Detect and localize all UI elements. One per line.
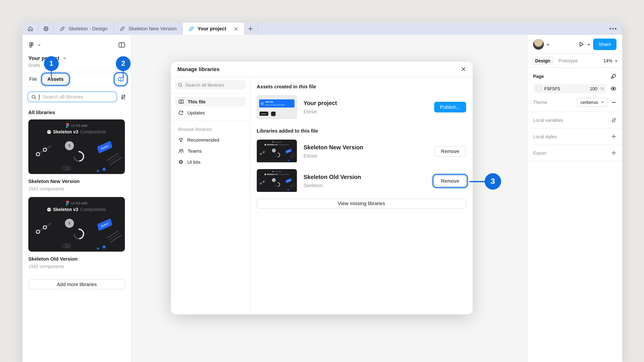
tab-your-project[interactable]: Your project xyxy=(183,23,244,35)
page-label: Page xyxy=(533,74,544,79)
local-variables-section[interactable]: Local variables xyxy=(527,112,622,129)
chevron-down-icon[interactable] xyxy=(63,56,66,60)
asset-subtitle: Etesie xyxy=(304,109,428,114)
home-button[interactable] xyxy=(23,23,38,35)
screenshot-stage: Skeleton - Design Skeleton New Version Y… xyxy=(0,0,644,362)
open-book-icon xyxy=(178,99,184,104)
window-tab-bar: Skeleton - Design Skeleton New Version Y… xyxy=(23,23,622,35)
tab-label: Your project xyxy=(198,26,226,31)
plus-icon[interactable] xyxy=(611,134,616,139)
plus-icon[interactable] xyxy=(611,150,616,156)
assets-search-field[interactable] xyxy=(42,93,113,100)
decorative-slider-component xyxy=(35,223,52,234)
add-more-libraries-button[interactable]: Add more libraries xyxy=(28,280,125,290)
library-card-skeleton-new-version[interactable]: UI Kit with Skeleton v3 Components ϑ But… xyxy=(23,119,131,197)
nav-item-label: This file xyxy=(188,99,206,104)
nav-item-label: Teams xyxy=(188,148,202,153)
zoom-control[interactable]: 14% xyxy=(603,58,618,63)
project-location[interactable]: Drafts xyxy=(28,63,125,72)
theme-value: cerberus xyxy=(580,100,598,105)
nav-item-label: Updates xyxy=(187,110,205,115)
libraries-added-heading: Libraries added to this file xyxy=(257,128,466,134)
publish-button[interactable]: Publish... xyxy=(434,102,466,112)
library-title: Skeleton New Version xyxy=(304,144,428,151)
export-section[interactable]: Export xyxy=(527,145,622,161)
tab-design[interactable]: Design xyxy=(532,56,554,65)
opacity-value[interactable]: 100 xyxy=(590,86,597,91)
view-missing-libraries-button[interactable]: View missing libraries xyxy=(257,199,466,209)
chevron-down-icon[interactable] xyxy=(546,42,550,46)
figma-color-logo-icon xyxy=(272,171,274,173)
home-icon xyxy=(27,25,33,32)
window-menu-button[interactable] xyxy=(604,23,622,35)
nav-item-this-file[interactable]: This file xyxy=(175,97,246,106)
new-tab-button[interactable] xyxy=(244,23,258,35)
local-styles-section[interactable]: Local styles xyxy=(527,129,622,145)
chevron-down-icon[interactable] xyxy=(587,42,591,46)
close-tab-button[interactable] xyxy=(234,26,238,31)
library-row-skeleton-new-version: UI Kit with Skeleton v3 Components ϑ But… xyxy=(257,140,466,163)
color-hex-value[interactable]: F5F5F5 xyxy=(544,86,584,91)
dialog-close-button[interactable] xyxy=(461,66,466,72)
alert-desc-text: Short and clear description xyxy=(265,104,285,106)
main-menu-button[interactable] xyxy=(28,42,41,48)
tab-file[interactable]: File xyxy=(28,74,39,84)
tab-assets[interactable]: Assets xyxy=(43,74,68,84)
decorative-slider-component xyxy=(35,145,52,157)
decorative-button-chip: Button xyxy=(260,112,268,116)
right-panel: Share Design Prototype 14% Page xyxy=(527,35,622,362)
remove-button-skeleton-new-version[interactable]: Remove xyxy=(434,146,466,157)
lightbulb-icon xyxy=(178,137,184,142)
library-count: 1542 components xyxy=(28,264,125,269)
toggle-sidebar-button[interactable] xyxy=(118,42,125,48)
divider xyxy=(586,86,587,91)
nav-item-recommended[interactable]: Recommended xyxy=(175,135,246,144)
alert-title-text: Alert title xyxy=(265,101,285,103)
file-thumbnail: Alert title Short and clear description … xyxy=(257,95,297,119)
library-thumbnail: UI Kit with Skeleton v3 Components ϑ But… xyxy=(257,169,297,193)
nav-item-teams[interactable]: Teams xyxy=(175,146,246,156)
info-icon xyxy=(261,102,264,105)
tab-prototype[interactable]: Prototype xyxy=(555,56,582,65)
nav-item-ui-kits[interactable]: UI kits xyxy=(175,157,246,167)
chevron-down-icon xyxy=(614,59,618,62)
annotation-connector-2 xyxy=(123,70,124,78)
refresh-icon xyxy=(178,110,184,115)
library-thumbnail: UI Kit with Skeleton v3 Components ϑ But… xyxy=(28,119,125,174)
minus-icon[interactable] xyxy=(611,99,616,105)
dialog-search-input[interactable]: Search all libraries xyxy=(175,80,246,89)
decorative-button-component: Button xyxy=(286,178,292,183)
color-swatch[interactable] xyxy=(536,86,541,91)
library-card-skeleton-old-version[interactable]: UI Kit with Skeleton v3 Components ϑ But… xyxy=(23,197,131,275)
present-play-button[interactable] xyxy=(578,41,584,48)
library-name: Skeleton New Version xyxy=(28,178,125,184)
remove-button-skeleton-old-version[interactable]: Remove xyxy=(434,176,466,186)
browse-community-button[interactable] xyxy=(38,23,54,35)
skull-icon xyxy=(47,130,51,134)
share-button[interactable]: Share xyxy=(593,38,616,50)
people-icon xyxy=(178,148,184,153)
theme-dropdown[interactable]: cerberus xyxy=(577,98,608,107)
thumb-line2-bold: Skeleton v3 xyxy=(53,207,78,212)
decorative-spinner-component xyxy=(275,181,281,188)
eye-icon[interactable] xyxy=(610,86,616,91)
thumb-line1: UI Kit with xyxy=(71,123,88,128)
thumb-line2-rest: Components xyxy=(80,129,106,134)
canvas[interactable]: Manage libraries xyxy=(132,35,527,362)
page-color-field[interactable]: F5F5F5 100 % xyxy=(533,84,607,93)
tab-skeleton-design[interactable]: Skeleton - Design xyxy=(54,23,114,35)
tab-skeleton-new-version[interactable]: Skeleton New Version xyxy=(114,23,183,35)
sliders-icon[interactable] xyxy=(120,94,126,100)
decorative-spinner-component xyxy=(275,152,281,158)
decorative-avatar-chip xyxy=(271,112,276,116)
left-sidebar: Your project Drafts File Assets xyxy=(23,35,132,362)
variables-icon[interactable] xyxy=(610,73,616,79)
avatar[interactable] xyxy=(533,39,544,50)
nav-item-updates[interactable]: Updates xyxy=(175,108,246,117)
thumb-line2-bold: Skeleton v3 xyxy=(267,144,278,146)
decorative-slider-component xyxy=(260,180,267,185)
plus-icon xyxy=(248,26,254,31)
assets-search-input[interactable] xyxy=(28,91,117,102)
libraries-button[interactable] xyxy=(116,74,126,85)
sliders-icon[interactable] xyxy=(611,117,616,123)
